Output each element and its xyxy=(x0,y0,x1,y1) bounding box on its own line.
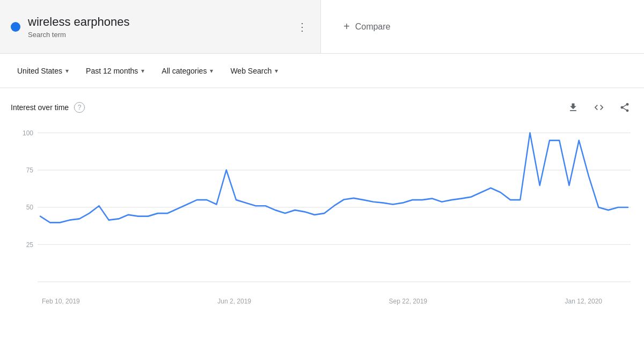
share-button[interactable] xyxy=(616,99,633,116)
chart-actions xyxy=(565,99,633,116)
chevron-down-icon: ▾ xyxy=(65,67,69,75)
filter-search-type-label: Web Search xyxy=(230,67,272,75)
search-term-panel: wireless earphones Search term ⋮ xyxy=(0,0,321,53)
embed-icon xyxy=(594,102,604,113)
filter-period-label: Past 12 months xyxy=(86,67,138,75)
compare-panel: + Compare xyxy=(321,0,644,53)
chart-section: Interest over time ? xyxy=(0,88,644,305)
more-options-button[interactable]: ⋮ xyxy=(292,16,312,38)
filter-categories-label: All categories xyxy=(162,67,207,75)
filter-location-label: United States xyxy=(17,67,62,75)
compare-plus-icon: + xyxy=(343,20,350,33)
chart-container: 100 75 50 25 xyxy=(11,121,633,293)
chevron-down-icon: ▾ xyxy=(275,67,278,75)
x-label-0: Feb 10, 2019 xyxy=(42,298,80,305)
filters-bar: United States ▾ Past 12 months ▾ All cat… xyxy=(0,54,644,88)
share-icon xyxy=(619,102,630,113)
embed-button[interactable] xyxy=(590,99,608,116)
chart-header: Interest over time ? xyxy=(11,99,633,116)
chart-title: Interest over time xyxy=(11,103,69,112)
filter-location[interactable]: United States ▾ xyxy=(11,62,75,79)
chevron-down-icon: ▾ xyxy=(210,67,213,75)
filter-search-type[interactable]: Web Search ▾ xyxy=(224,62,284,79)
download-icon xyxy=(568,102,579,113)
download-button[interactable] xyxy=(565,99,582,116)
x-label-2: Sep 22, 2019 xyxy=(389,298,427,305)
svg-text:25: 25 xyxy=(26,241,33,248)
search-title: wireless earphones xyxy=(28,15,130,30)
search-info: wireless earphones Search term xyxy=(28,15,130,39)
interest-chart: 100 75 50 25 xyxy=(11,121,633,293)
filter-categories[interactable]: All categories ▾ xyxy=(155,62,219,79)
search-subtitle: Search term xyxy=(28,31,130,39)
svg-text:75: 75 xyxy=(26,167,33,174)
compare-button[interactable]: + Compare xyxy=(337,16,397,37)
x-label-3: Jan 12, 2020 xyxy=(565,298,602,305)
svg-text:100: 100 xyxy=(23,129,33,136)
compare-label: Compare xyxy=(355,22,391,32)
term-color-dot xyxy=(11,22,20,32)
chart-title-group: Interest over time ? xyxy=(11,102,85,113)
chevron-down-icon: ▾ xyxy=(141,67,144,75)
filter-period[interactable]: Past 12 months ▾ xyxy=(79,62,151,79)
help-icon[interactable]: ? xyxy=(74,102,85,113)
svg-text:50: 50 xyxy=(26,204,33,211)
x-axis-labels: Feb 10, 2019 Jun 2, 2019 Sep 22, 2019 Ja… xyxy=(11,293,633,305)
x-label-1: Jun 2, 2019 xyxy=(217,298,251,305)
header: wireless earphones Search term ⋮ + Compa… xyxy=(0,0,644,54)
